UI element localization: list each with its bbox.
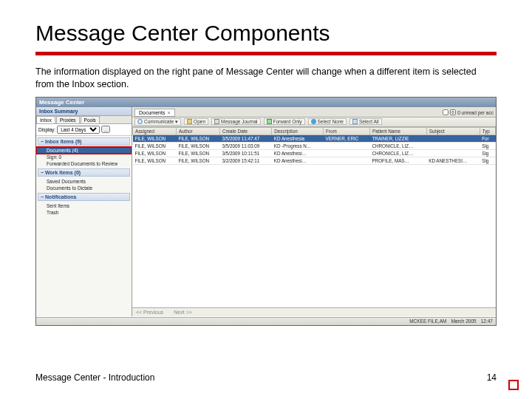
right-pane: Documents × 0 unread per acc Communicate… (132, 107, 496, 316)
cell-desc: KD Anesthesi… (272, 149, 324, 157)
message-journal-button[interactable]: Message Journal (211, 118, 261, 125)
col-author[interactable]: Author (176, 127, 219, 134)
footer-page-number: 14 (487, 372, 497, 383)
table-row[interactable]: FILE, WILSONFILE, WILSON3/2/2009 15:42:1… (133, 157, 496, 164)
cell-assigned: FILE, WILSON (133, 149, 177, 157)
cell-desc: KD Anesthesi… (272, 157, 324, 164)
cell-desc: KD Anesthesia (272, 134, 324, 142)
display-row: Display: Last 4 Days ... (36, 124, 132, 136)
unread-label: 0 unread per acc (457, 110, 494, 115)
table-row[interactable]: FILE, WILSONFILE, WILSON3/5/2009 11:47:4… (133, 134, 496, 142)
close-icon[interactable]: × (167, 110, 170, 115)
table-row[interactable]: FILE, WILSONFILE, WILSON3/5/2009 11:03:0… (133, 142, 496, 149)
col-patient[interactable]: Patient Name (369, 127, 426, 134)
footer-left: Message Center - Introduction (35, 372, 154, 383)
tree-forwarded[interactable]: Forwarded Documents to Review (36, 160, 132, 167)
col-create[interactable]: Create Date (219, 127, 271, 134)
open-icon (187, 119, 192, 124)
col-assigned[interactable]: Assigned (133, 127, 177, 134)
tab-pools[interactable]: Pools (81, 116, 100, 123)
pager-prev[interactable]: << Previous (136, 310, 163, 315)
tree-sign[interactable]: Sign: 0 (36, 154, 132, 160)
section-work-items[interactable]: Work Items (0) (38, 168, 130, 177)
cell-assigned: FILE, WILSON (133, 142, 177, 149)
unread-spinner[interactable] (450, 109, 456, 115)
tree-sent[interactable]: Sent Items (36, 202, 132, 209)
section-notifications[interactable]: Notifications (38, 193, 130, 201)
cell-subject (426, 142, 480, 149)
title-underline (35, 52, 497, 55)
left-pane: Inbox Summary Inbox Proxies Pools Displa… (36, 107, 132, 316)
slide-description: The information displayed on the right p… (35, 66, 497, 91)
table-row[interactable]: FILE, WILSONFILE, WILSON3/5/2009 10:11:5… (133, 149, 496, 157)
corner-decoration (508, 380, 519, 390)
open-button[interactable]: Open (184, 118, 208, 125)
tab-documents-label: Documents (139, 110, 165, 115)
cell-subject (426, 134, 480, 142)
tree-dictate[interactable]: Documents to Dictate (36, 185, 132, 191)
select-all-button[interactable]: Select All (349, 118, 382, 125)
tab-inbox[interactable]: Inbox (36, 116, 55, 123)
cell-from (324, 157, 370, 164)
tab-documents[interactable]: Documents × (134, 109, 175, 117)
cell-patient: CHRONICLE, LIZ… (369, 149, 426, 157)
tab-proxies[interactable]: Proxies (56, 116, 80, 123)
cell-create: 3/5/2009 10:11:51 (219, 149, 271, 157)
communicate-icon (137, 119, 143, 124)
col-type[interactable]: Typ (480, 127, 495, 134)
cell-author: FILE, WILSON (176, 157, 219, 164)
documents-grid: Assigned Author Create Date Description … (132, 127, 496, 307)
cell-type: Sig (480, 157, 495, 164)
cell-assigned: FILE, WILSON (133, 157, 177, 164)
select-none-icon (311, 119, 316, 124)
cell-create: 3/5/2009 11:47:47 (219, 134, 271, 142)
status-user: MCKEE FILE,AM (409, 318, 446, 324)
select-none-button[interactable]: Select None (308, 118, 347, 125)
cell-type: For (480, 134, 495, 142)
forward-button[interactable]: Forward Only (264, 118, 305, 125)
message-center-window: Message Center Inbox Summary Inbox Proxi… (35, 97, 497, 326)
cell-subject (426, 149, 480, 157)
cell-from (324, 142, 370, 149)
col-description[interactable]: Description (272, 127, 324, 134)
cell-from (324, 149, 370, 157)
cell-author: FILE, WILSON (176, 142, 219, 149)
display-label: Display: (38, 127, 55, 132)
col-from[interactable]: From (324, 127, 370, 134)
pager: << Previous Next >> (132, 307, 496, 316)
grid-header-row: Assigned Author Create Date Description … (133, 127, 496, 134)
status-bar: MCKEE FILE,AM March 2005 12:47 (36, 317, 496, 325)
cell-type: Sig (480, 142, 495, 149)
cell-subject: KD ANESTHESI… (426, 157, 480, 164)
status-date: March 2005 (451, 318, 476, 324)
pager-next[interactable]: Next >> (174, 310, 192, 315)
cell-create: 3/5/2009 11:03:09 (219, 142, 271, 149)
col-subject[interactable]: Subject (426, 127, 480, 134)
inbox-summary-header: Inbox Summary (36, 107, 132, 116)
cell-type: Sig (480, 149, 495, 157)
cell-assigned: FILE, WILSON (133, 134, 177, 142)
cell-patient: PROFILE, MAS… (369, 157, 426, 164)
tree-trash[interactable]: Trash (36, 209, 132, 216)
display-more-button[interactable]: ... (101, 126, 110, 133)
unread-control: 0 unread per acc (443, 109, 494, 115)
cell-patient: TRAINER, LIZZIE (369, 134, 426, 142)
toolbar: Communicate ▾ Open Message Journal Forwa… (132, 117, 496, 127)
unread-checkbox[interactable] (443, 109, 449, 115)
cell-author: FILE, WILSON (176, 149, 219, 157)
communicate-button[interactable]: Communicate ▾ (134, 118, 181, 126)
select-all-icon (352, 119, 358, 124)
cell-create: 3/2/2009 15:42:11 (219, 157, 271, 164)
message-journal-icon (214, 119, 219, 124)
document-tab-strip: Documents × 0 unread per acc (132, 107, 496, 117)
display-select[interactable]: Last 4 Days (57, 126, 100, 134)
status-time: 12:47 (481, 318, 493, 324)
cell-patient: CHRONICLE, LIZ… (369, 142, 426, 149)
tree-documents[interactable]: Documents (4) (36, 147, 132, 154)
cell-from: VERNER, ERIC (324, 134, 370, 142)
section-inbox-items[interactable]: Inbox Items (9) (38, 137, 130, 146)
cell-author: FILE, WILSON (176, 134, 219, 142)
window-titlebar: Message Center (36, 98, 496, 107)
tree-saved-docs[interactable]: Saved Documents (36, 178, 132, 185)
inbox-tabs: Inbox Proxies Pools (36, 116, 132, 124)
